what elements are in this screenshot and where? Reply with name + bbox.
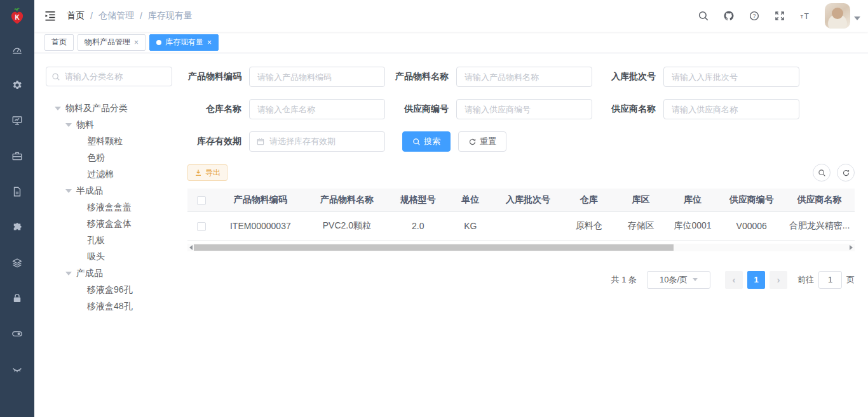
tab-close-icon[interactable]: × bbox=[134, 39, 139, 46]
toggle-search-button[interactable] bbox=[813, 164, 831, 182]
tab-current[interactable]: 库存现有量× bbox=[149, 34, 219, 51]
tree-node[interactable]: 半成品 bbox=[46, 183, 172, 199]
scroll-right-icon[interactable] bbox=[850, 245, 853, 250]
column-header: 库区 bbox=[615, 189, 667, 211]
category-search-input[interactable] bbox=[65, 72, 166, 81]
select-all-checkbox[interactable] bbox=[197, 196, 206, 205]
reset-button[interactable]: 重置 bbox=[458, 131, 506, 152]
avatar[interactable] bbox=[825, 3, 850, 29]
tree-node[interactable]: 孔板 bbox=[46, 232, 172, 249]
tree-node[interactable]: 物料及产品分类 bbox=[46, 100, 172, 117]
tree-node-label: 移液盒96孔 bbox=[87, 284, 133, 296]
tree-node[interactable]: 塑料颗粒 bbox=[46, 133, 172, 150]
layers-icon[interactable] bbox=[0, 245, 34, 281]
goto-page-input[interactable] bbox=[818, 271, 842, 289]
sidebar-toggle-icon[interactable] bbox=[44, 10, 57, 22]
tree-node[interactable]: 移液盒盒盖 bbox=[46, 199, 172, 216]
settings-icon[interactable] bbox=[0, 67, 34, 103]
table-cell: PVC2.0颗粒 bbox=[305, 211, 388, 240]
top-navbar: 首页 / 仓储管理 / 库存现有量 ? bbox=[34, 0, 868, 32]
scrollbar-thumb[interactable] bbox=[194, 244, 674, 251]
font-size-icon[interactable]: T T bbox=[796, 6, 815, 25]
tree-node[interactable]: 移液盒48孔 bbox=[46, 298, 172, 315]
tree-node[interactable]: 过滤棉 bbox=[46, 166, 172, 183]
search-button[interactable]: 搜索 bbox=[402, 131, 451, 152]
plugin-icon[interactable] bbox=[0, 209, 34, 245]
product-material-name-input[interactable] bbox=[456, 67, 592, 87]
breadcrumb-current: 库存现有量 bbox=[148, 10, 193, 22]
table-cell: 存储区 bbox=[615, 211, 667, 240]
table-cell: 2.0 bbox=[388, 211, 447, 240]
refresh-table-button[interactable] bbox=[837, 164, 855, 182]
table-cell: KG bbox=[447, 211, 494, 240]
goto-label: 前往 bbox=[797, 274, 814, 286]
tree-node[interactable]: 吸头 bbox=[46, 249, 172, 265]
tab-home[interactable]: 首页 bbox=[44, 34, 74, 51]
supplier-code-input[interactable] bbox=[456, 99, 592, 119]
breadcrumb-separator: / bbox=[90, 11, 93, 21]
search-icon bbox=[412, 138, 421, 146]
search-icon[interactable] bbox=[694, 6, 713, 25]
filter-row: 产品物料编码产品物料名称入库批次号 bbox=[187, 67, 855, 87]
next-page-button[interactable]: › bbox=[770, 271, 787, 289]
stock-expiry-date-picker[interactable]: 请选择库存有效期 bbox=[249, 131, 385, 152]
tree-node[interactable]: 移液盒盒体 bbox=[46, 216, 172, 232]
filter-row: 仓库名称供应商编号供应商名称 bbox=[187, 99, 855, 119]
tree-node-label: 过滤棉 bbox=[87, 169, 114, 180]
tag-view-bar: 首页物料产品管理×库存现有量× bbox=[34, 32, 868, 53]
tree-expand-icon bbox=[65, 272, 76, 275]
pagination-total: 共 1 条 bbox=[611, 274, 637, 286]
table-row[interactable]: ITEM00000037PVC2.0颗粒2.0KG原料仓存储区库位0001V00… bbox=[187, 211, 855, 240]
reset-button-label: 重置 bbox=[480, 136, 496, 147]
prev-page-button[interactable]: ‹ bbox=[725, 271, 743, 289]
product-material-name-label: 产品物料名称 bbox=[395, 71, 456, 83]
tab-close-icon[interactable]: × bbox=[207, 39, 212, 46]
tree-node[interactable]: 移液盒96孔 bbox=[46, 282, 172, 298]
column-header: 库位 bbox=[667, 189, 719, 211]
help-icon[interactable]: ? bbox=[745, 6, 764, 25]
navbar-right-tools: ? T T bbox=[694, 3, 860, 29]
tree-node[interactable]: 产成品 bbox=[46, 265, 172, 282]
supplier-name-label: 供应商名称 bbox=[602, 103, 663, 115]
supplier-code-label: 供应商编号 bbox=[395, 103, 456, 115]
warehouse-name-input[interactable] bbox=[249, 99, 385, 119]
page-size-select[interactable]: 10条/页 bbox=[647, 271, 710, 289]
table-cell: ITEM00000037 bbox=[215, 211, 305, 240]
github-icon[interactable] bbox=[719, 6, 738, 25]
app-logo[interactable]: K bbox=[0, 0, 34, 32]
product-material-code-input[interactable] bbox=[249, 67, 385, 87]
toggle-icon[interactable] bbox=[0, 316, 34, 352]
stock-expiry-label: 库存有效期 bbox=[187, 136, 249, 147]
goto-page: 前往 页 bbox=[797, 271, 855, 289]
export-button[interactable]: 导出 bbox=[187, 164, 227, 181]
column-header: 仓库 bbox=[562, 189, 615, 211]
page-number-1[interactable]: 1 bbox=[747, 271, 765, 289]
eye-closed-icon[interactable] bbox=[0, 352, 34, 387]
filter-item-product-material-code: 产品物料编码 bbox=[187, 67, 385, 87]
breadcrumb-home[interactable]: 首页 bbox=[67, 10, 85, 22]
calendar-icon bbox=[256, 137, 265, 146]
document-icon[interactable] bbox=[0, 174, 34, 209]
category-search-box bbox=[46, 67, 172, 86]
column-header: 单位 bbox=[447, 189, 494, 211]
lock-icon[interactable] bbox=[0, 281, 34, 316]
header-checkbox-cell bbox=[187, 189, 215, 211]
caret-down-icon bbox=[854, 17, 860, 20]
table-cell: 原料仓 bbox=[562, 211, 615, 240]
tree-node-label: 产成品 bbox=[76, 268, 103, 279]
category-tree: 物料及产品分类物料塑料颗粒色粉过滤棉半成品移液盒盒盖移液盒盒体孔板吸头产成品移液… bbox=[46, 100, 172, 315]
breadcrumb-warehouse-mgmt: 仓储管理 bbox=[98, 10, 134, 22]
row-checkbox[interactable] bbox=[197, 222, 206, 231]
fullscreen-icon[interactable] bbox=[770, 6, 789, 25]
supplier-name-input[interactable] bbox=[663, 99, 799, 119]
inventory-table: 产品物料编码产品物料名称规格型号单位入库批次号仓库库区库位供应商编号供应商名称I… bbox=[187, 189, 855, 251]
tree-node[interactable]: 物料 bbox=[46, 117, 172, 133]
tree-node[interactable]: 色粉 bbox=[46, 150, 172, 166]
monitor-icon[interactable] bbox=[0, 103, 34, 138]
scrollbar-track bbox=[193, 244, 850, 251]
user-menu[interactable] bbox=[825, 3, 860, 29]
toolbox-icon[interactable] bbox=[0, 138, 34, 174]
dashboard-icon[interactable] bbox=[0, 32, 34, 67]
inbound-batch-no-input[interactable] bbox=[663, 67, 799, 87]
tab-item-1[interactable]: 物料产品管理× bbox=[78, 34, 146, 51]
